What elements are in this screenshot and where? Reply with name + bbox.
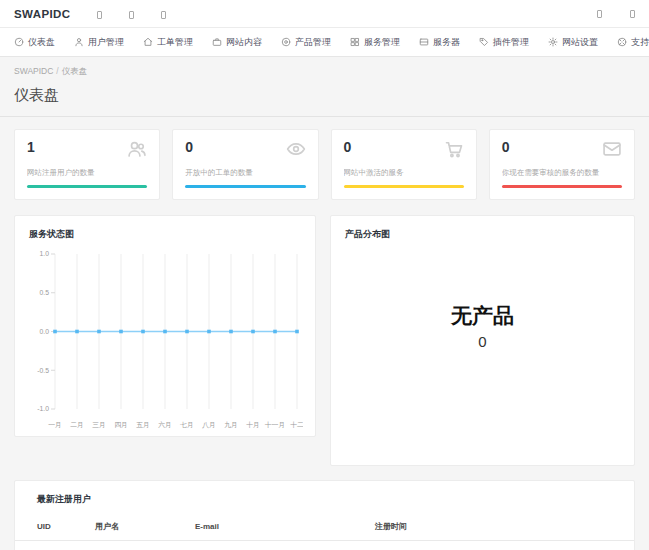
stat-accent-bar (27, 185, 147, 188)
table-row: 18651286512@qq.com2023-12-15 15:04:41 (15, 541, 634, 550)
server-icon (419, 37, 429, 47)
cart-icon (444, 139, 464, 163)
svg-text:一月: 一月 (48, 421, 62, 429)
nav-item-label: 网站内容 (226, 36, 262, 49)
stat-accent-bar (344, 185, 464, 188)
latest-users-table: UID用户名E-mail注册时间 18651286512@qq.com2023-… (15, 512, 634, 550)
service-status-title: 服务状态图 (29, 228, 301, 241)
svg-text:五月: 五月 (136, 421, 150, 429)
nav-item-1[interactable]: 仪表盘 (14, 36, 55, 49)
svg-text:二月: 二月 (70, 421, 84, 429)
service-status-panel: 服务状态图 1.00.50.0-0.5-1.0一月二月三月四月五月六月七月八月九… (14, 215, 316, 437)
column-header: UID (15, 512, 95, 541)
stat-value: 0 (185, 139, 193, 156)
nav-item-label: 服务管理 (364, 36, 400, 49)
breadcrumb: SWAPIDC/仪表盘 (0, 57, 649, 78)
breadcrumb-root[interactable]: SWAPIDC (14, 66, 53, 76)
user-icon (74, 37, 84, 47)
latest-users-title: 最新注册用户 (15, 493, 634, 506)
svg-text:十一月: 十一月 (265, 421, 285, 429)
svg-text:十二: 十二 (290, 421, 303, 428)
nav-item-label: 服务器 (433, 36, 460, 49)
svg-text:六月: 六月 (158, 421, 172, 429)
column-header: 用户名 (95, 512, 195, 541)
nav-item-label: 支持 (631, 36, 649, 49)
product-chart-empty-state: 无产品 0 (331, 302, 634, 350)
svg-text:四月: 四月 (114, 421, 128, 429)
column-header: 注册时间 (375, 512, 634, 541)
unknown-glyph[interactable] (161, 11, 166, 19)
topbar-left-icons (70, 5, 166, 23)
nav-item-2[interactable]: 用户管理 (74, 36, 124, 49)
nav-item-label: 产品管理 (295, 36, 331, 49)
table-cell: 2023-12-15 15:04:41 (375, 541, 634, 550)
eye-icon (286, 139, 306, 163)
table-cell: 86512 (95, 541, 195, 550)
nav-item-6[interactable]: 服务管理 (350, 36, 400, 49)
product-empty-text: 无产品 (331, 302, 634, 330)
grid-icon (350, 37, 360, 47)
product-distribution-title: 产品分布图 (345, 228, 620, 241)
svg-text:0.0: 0.0 (40, 328, 50, 335)
product-distribution-panel: 产品分布图 无产品 0 (330, 215, 635, 466)
dashboard-icon (14, 37, 24, 47)
nav-item-10[interactable]: 支持 (617, 36, 649, 49)
svg-text:-1.0: -1.0 (37, 405, 49, 412)
stat-label: 开放中的工单的数量 (185, 168, 305, 178)
stat-cards-row: 1网站注册用户的数量0开放中的工单的数量0网站中激活的服务0你现在需要审核的服务… (14, 129, 635, 200)
gear-icon (548, 37, 558, 47)
product-empty-value: 0 (331, 333, 634, 350)
nav-item-label: 用户管理 (88, 36, 124, 49)
top-bar: SWAPIDC (0, 0, 649, 28)
stat-label: 网站注册用户的数量 (27, 168, 147, 178)
nav-item-label: 仪表盘 (28, 36, 55, 49)
svg-text:-0.5: -0.5 (37, 367, 49, 374)
breadcrumb-separator: / (56, 66, 58, 76)
svg-text:1.0: 1.0 (40, 250, 50, 257)
table-header-row: UID用户名E-mail注册时间 (15, 512, 634, 541)
service-status-chart: 1.00.50.0-0.5-1.0一月二月三月四月五月六月七月八月九月十月十一月… (29, 249, 301, 433)
stat-card-2: 0开放中的工单的数量 (172, 129, 318, 200)
svg-text:九月: 九月 (224, 421, 238, 429)
svg-text:八月: 八月 (201, 421, 216, 429)
topbar-right-icons (597, 10, 635, 18)
unknown-glyph[interactable] (97, 11, 102, 19)
stat-accent-bar (185, 185, 305, 188)
stat-value: 1 (27, 139, 35, 156)
app-logo[interactable]: SWAPIDC (14, 8, 70, 20)
stat-value: 0 (344, 139, 352, 156)
unknown-glyph[interactable] (597, 10, 602, 18)
svg-text:七月: 七月 (179, 421, 194, 429)
column-header: E-mail (195, 512, 375, 541)
stat-label: 你现在需要审核的服务的数量 (502, 168, 622, 178)
briefcase-icon (212, 37, 222, 47)
nav-item-9[interactable]: 网站设置 (548, 36, 598, 49)
main-nav: 仪表盘用户管理工单管理网站内容产品管理服务管理服务器插件管理网站设置支持退出系统 (0, 28, 649, 57)
nav-item-3[interactable]: 工单管理 (143, 36, 193, 49)
svg-text:0.5: 0.5 (40, 289, 50, 296)
mail-icon (602, 139, 622, 163)
latest-users-panel: 最新注册用户 UID用户名E-mail注册时间 18651286512@qq.c… (14, 480, 635, 550)
stat-card-1: 1网站注册用户的数量 (14, 129, 160, 200)
donut-icon (281, 37, 291, 47)
tag-icon (479, 37, 489, 47)
svg-text:三月: 三月 (92, 421, 106, 429)
users-icon (127, 139, 147, 163)
breadcrumb-current: 仪表盘 (62, 66, 88, 76)
nav-item-4[interactable]: 网站内容 (212, 36, 262, 49)
unknown-glyph[interactable] (630, 10, 635, 18)
nav-item-label: 工单管理 (157, 36, 193, 49)
home-icon (143, 37, 153, 47)
nav-item-7[interactable]: 服务器 (419, 36, 460, 49)
nav-item-5[interactable]: 产品管理 (281, 36, 331, 49)
unknown-glyph[interactable] (129, 11, 134, 19)
charts-row: 服务状态图 1.00.50.0-0.5-1.0一月二月三月四月五月六月七月八月九… (14, 215, 635, 466)
stat-card-3: 0网站中激活的服务 (331, 129, 477, 200)
nav-item-8[interactable]: 插件管理 (479, 36, 529, 49)
table-cell: 1 (15, 541, 95, 550)
stat-value: 0 (502, 139, 510, 156)
svg-text:十月: 十月 (246, 421, 260, 429)
support-icon (617, 37, 627, 47)
stat-card-4: 0你现在需要审核的服务的数量 (489, 129, 635, 200)
stat-label: 网站中激活的服务 (344, 168, 464, 178)
